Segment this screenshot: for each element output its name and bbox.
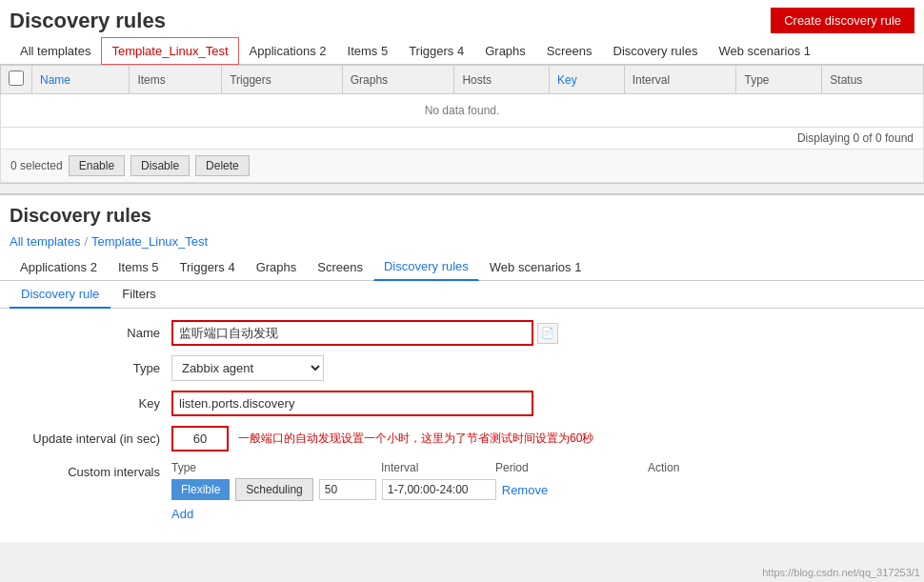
discovery-rules-table: Name Items Triggers Graphs Hosts Key Int… <box>0 65 924 128</box>
name-label: Name <box>19 326 171 340</box>
ci-header-period: Period <box>495 461 648 474</box>
ci-header-interval: Interval <box>305 461 495 474</box>
name-input[interactable] <box>171 320 533 346</box>
ci-interval-input[interactable] <box>319 479 376 500</box>
interval-label: Update interval (in sec) <box>19 431 171 446</box>
tab-applications-bc[interactable]: Applications 2 <box>10 253 108 281</box>
sidebar-item-screens[interactable]: Screens <box>536 37 603 65</box>
table-footer: Displaying 0 of 0 found <box>0 128 924 150</box>
col-interval: Interval <box>624 66 736 94</box>
no-data-message: No data found. <box>1 94 924 128</box>
tab-filters[interactable]: Filters <box>110 281 167 309</box>
bottom-tab-bar: Applications 2 Items 5 Triggers 4 Graphs… <box>0 252 924 281</box>
col-key[interactable]: Key <box>550 66 625 94</box>
sidebar-item-template-linux-test[interactable]: Template_Linux_Test <box>101 37 238 65</box>
selected-count: 0 selected <box>10 159 63 172</box>
disable-button[interactable]: Disable <box>131 155 190 176</box>
interval-note: 一般端口的自动发现设置一个小时，这里为了节省测试时间设置为60秒 <box>238 431 593 447</box>
enable-button[interactable]: Enable <box>69 155 125 176</box>
page-title: Discovery rules <box>10 9 166 33</box>
interval-row: Update interval (in sec) 一般端口的自动发现设置一个小时… <box>19 426 905 452</box>
col-hosts: Hosts <box>454 66 550 94</box>
sidebar-item-all-templates[interactable]: All templates <box>10 37 101 65</box>
type-row: Type Zabbix agent <box>19 355 905 381</box>
bottom-section-title: Discovery rules <box>10 205 914 227</box>
name-icon[interactable]: 📄 <box>537 323 558 344</box>
tab-screens-bc[interactable]: Screens <box>307 253 373 281</box>
ci-flexible-button[interactable]: Flexible <box>171 479 230 500</box>
custom-intervals-row: Custom intervals Type Interval Period Ac… <box>19 461 905 521</box>
top-tab-bar: All templates Template_Linux_Test Applic… <box>0 37 924 65</box>
tab-discovery-rules-bc[interactable]: Discovery rules <box>373 252 479 281</box>
key-row: Key <box>19 391 905 416</box>
action-bar: 0 selected Enable Disable Delete <box>0 150 924 183</box>
sidebar-item-web-scenarios[interactable]: Web scenarios 1 <box>708 37 821 65</box>
sidebar-item-triggers[interactable]: Triggers 4 <box>398 37 474 65</box>
select-all-checkbox[interactable] <box>9 70 24 86</box>
name-row: Name 📄 <box>19 320 905 346</box>
ci-row-1: Flexible Scheduling Remove <box>171 478 905 501</box>
breadcrumb-template[interactable]: Template_Linux_Test <box>91 234 208 249</box>
ci-add-row: Add <box>171 507 905 521</box>
ci-header-action: Action <box>648 461 724 474</box>
ci-remove-link[interactable]: Remove <box>502 483 548 497</box>
custom-intervals-content: Type Interval Period Action Flexible Sch… <box>171 461 905 521</box>
sidebar-item-graphs[interactable]: Graphs <box>474 37 536 65</box>
sidebar-item-discovery-rules[interactable]: Discovery rules <box>603 37 709 65</box>
key-input[interactable] <box>171 391 533 416</box>
type-select[interactable]: Zabbix agent <box>171 355 324 381</box>
breadcrumb-sep: / <box>84 234 88 249</box>
type-label: Type <box>19 361 171 375</box>
col-status: Status <box>822 66 924 94</box>
breadcrumb-all-templates[interactable]: All templates <box>10 234 80 249</box>
ci-header-type: Type <box>171 461 305 474</box>
ci-add-link[interactable]: Add <box>171 507 193 521</box>
col-triggers: Triggers <box>222 66 343 94</box>
sidebar-item-applications[interactable]: Applications 2 <box>239 37 337 65</box>
breadcrumb: All templates / Template_Linux_Test <box>0 231 924 252</box>
ci-headers: Type Interval Period Action <box>171 461 905 474</box>
ci-scheduling-button[interactable]: Scheduling <box>235 478 312 501</box>
tab-items-bc[interactable]: Items 5 <box>108 253 170 281</box>
ci-period-input[interactable] <box>382 479 496 500</box>
tab-triggers-bc[interactable]: Triggers 4 <box>170 253 246 281</box>
tab-web-scenarios-bc[interactable]: Web scenarios 1 <box>479 253 593 281</box>
key-label: Key <box>19 396 171 411</box>
tab-discovery-rule[interactable]: Discovery rule <box>10 281 110 309</box>
sidebar-item-items[interactable]: Items 5 <box>337 37 399 65</box>
col-graphs: Graphs <box>342 66 454 94</box>
col-type: Type <box>736 66 822 94</box>
custom-intervals-label: Custom intervals <box>19 461 171 479</box>
col-items: Items <box>130 66 222 94</box>
tab-graphs-bc[interactable]: Graphs <box>246 253 308 281</box>
form-tab-bar: Discovery rule Filters <box>0 281 924 309</box>
create-discovery-rule-button[interactable]: Create discovery rule <box>771 8 914 33</box>
col-name[interactable]: Name <box>32 66 130 94</box>
interval-input[interactable] <box>171 426 229 452</box>
delete-button[interactable]: Delete <box>195 155 250 176</box>
